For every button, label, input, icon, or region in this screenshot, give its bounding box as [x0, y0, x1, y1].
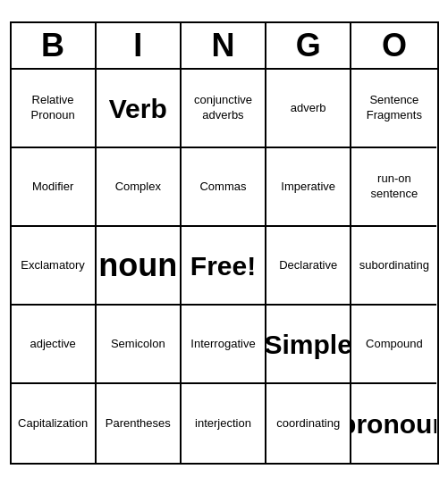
cell-3: adverb: [266, 70, 351, 148]
cell-1: Verb: [97, 70, 182, 148]
cell-17: Interrogative: [182, 306, 266, 384]
cell-10: Exclamatory: [12, 227, 97, 306]
header-letter-b: B: [12, 23, 97, 68]
cell-19: Compound: [351, 306, 436, 384]
cell-8: Imperative: [266, 148, 351, 227]
cell-7: Commas: [182, 148, 266, 227]
cell-2: conjunctive adverbs: [182, 70, 266, 148]
cell-13: Declarative: [266, 227, 351, 306]
cell-22: interjection: [182, 384, 266, 463]
bingo-header: BINGO: [12, 23, 437, 70]
cell-5: Modifier: [12, 148, 97, 227]
cell-12: Free!: [182, 227, 266, 306]
cell-20: Capitalization: [12, 384, 97, 463]
cell-4: Sentence Fragments: [351, 70, 436, 148]
cell-24: pronoun: [351, 384, 436, 463]
cell-11: noun: [97, 227, 182, 306]
cell-23: coordinating: [266, 384, 351, 463]
cell-18: Simple: [266, 306, 351, 384]
header-letter-o: O: [351, 23, 436, 68]
header-letter-n: N: [182, 23, 266, 68]
bingo-card: BINGO Relative PronounVerbconjunctive ad…: [10, 21, 439, 465]
header-letter-i: I: [97, 23, 182, 68]
cell-9: run-on sentence: [351, 148, 436, 227]
cell-15: adjective: [12, 306, 97, 384]
cell-6: Complex: [97, 148, 182, 227]
cell-16: Semicolon: [97, 306, 182, 384]
cell-0: Relative Pronoun: [12, 70, 97, 148]
cell-14: subordinating: [351, 227, 436, 306]
cell-21: Parentheses: [97, 384, 182, 463]
bingo-grid: Relative PronounVerbconjunctive adverbsa…: [12, 70, 437, 463]
header-letter-g: G: [266, 23, 351, 68]
